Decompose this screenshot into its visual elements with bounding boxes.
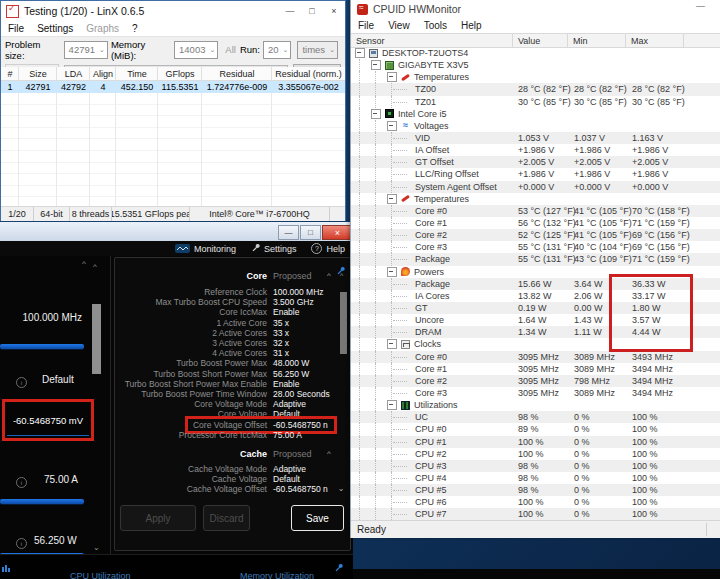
xtu-option-row[interactable]: Processor Core IccMax75.00 A (115, 430, 345, 440)
run-unit-combo[interactable]: times ⌄ (297, 41, 338, 59)
cpu-utilization-label[interactable]: CPU Utilization (70, 571, 131, 579)
left-scrollbar[interactable]: ^ ⌄ (91, 268, 102, 548)
scroll-up-icon[interactable]: ^ (93, 262, 97, 271)
collapse-carets-icon[interactable]: ^ (82, 259, 92, 268)
info-icon[interactable] (16, 538, 27, 549)
hwm-sensor-row[interactable]: CPU #498 %0 %100 % (351, 472, 720, 484)
linx-titlebar[interactable]: Testing (1/20) - LinX 0.6.5 — □ × (1, 1, 345, 21)
collapse-icon[interactable] (387, 339, 397, 349)
hwm-sensor-row[interactable]: GIGABYTE X3V5 (351, 59, 720, 71)
cache-section-header[interactable]: Cache Proposed ^ (115, 449, 343, 460)
xtu-option-row[interactable]: Cache VoltageDefault (115, 474, 345, 484)
hwm-sensor-row[interactable]: GT Offset+2.005 V+2.005 V+2.005 V (351, 156, 720, 168)
xtu-option-row[interactable]: Core Voltage ModeAdaptive (115, 399, 345, 409)
apply-button[interactable]: Apply (120, 505, 196, 531)
collapse-icon[interactable] (387, 121, 397, 131)
collapse-icon[interactable] (387, 267, 397, 277)
hwm-sensor-row[interactable]: Core #252 °C (125 °F)41 °C (105 °F)69 °C… (351, 229, 720, 241)
hwmonitor-titlebar[interactable]: CPUID HWMonitor — (351, 0, 720, 18)
monitoring-button[interactable]: Monitoring (175, 244, 236, 254)
memory-combo[interactable]: 14003 ⌄ (174, 41, 218, 59)
menu-file[interactable]: File (358, 20, 374, 31)
wrench-icon[interactable] (334, 558, 343, 576)
hwm-sensor-row[interactable]: CPU #089 %0 %100 % (351, 423, 720, 435)
maximize-icon[interactable]: □ (301, 2, 323, 20)
scrollbar-thumb[interactable] (340, 292, 347, 354)
xtu-option-row[interactable]: Cache Voltage ModeAdaptive (115, 464, 345, 474)
scrollbar-thumb[interactable] (92, 304, 101, 374)
problem-size-combo[interactable]: 42791 ⌄ (64, 41, 108, 59)
hwm-sensor-row[interactable]: CPU #2100 %0 %100 % (351, 448, 720, 460)
memory-all-link[interactable]: All (225, 44, 236, 55)
hwm-sensor-row[interactable]: Core #33095 MHz3089 MHz3494 MHz (351, 387, 720, 399)
xtu-option-row[interactable]: 4 Active Cores31 x (115, 348, 345, 358)
xtu-option-row[interactable]: Turbo Boost Short Power Max EnableEnable (115, 379, 345, 389)
hwm-sensor-row[interactable]: CPU #6100 %0 %100 % (351, 496, 720, 508)
scroll-up-icon[interactable]: ^ (340, 272, 343, 279)
xtu-option-row[interactable]: Core IccMaxEnable (115, 307, 345, 317)
xtu-option-row[interactable]: Turbo Boost Power Max48.000 W (115, 358, 345, 368)
discard-button[interactable]: Discard (203, 505, 250, 531)
hwm-sensor-row[interactable]: Core #13095 MHz3089 MHz3494 MHz (351, 363, 720, 375)
right-scrollbar[interactable]: ^ (340, 280, 348, 530)
hwm-sensor-row[interactable]: CPU #598 %0 %100 % (351, 484, 720, 496)
menu-view[interactable]: View (388, 20, 410, 31)
scroll-down-icon[interactable]: ⌄ (93, 543, 100, 552)
hwm-sensor-row[interactable]: LLC/Ring Offset+1.986 V+1.986 V+1.986 V (351, 168, 720, 180)
hwm-sensor-row[interactable]: Core #355 °C (131 °F)40 °C (104 °F)69 °C… (351, 241, 720, 253)
hwm-sensor-row[interactable]: CPU #398 %0 %100 % (351, 460, 720, 472)
hwm-sensor-row[interactable]: Core #23095 MHz798 MHz3494 MHz (351, 375, 720, 387)
hwm-sensor-row[interactable]: Intel Core i5 (351, 108, 720, 120)
chart-icon[interactable] (2, 558, 12, 576)
hwm-sensor-row[interactable]: UC98 %0 %100 % (351, 411, 720, 423)
minimize-icon[interactable]: — (696, 1, 705, 11)
hwm-sensor-row[interactable]: IA Offset+1.986 V+1.986 V+1.986 V (351, 144, 720, 156)
hwm-sensor-row[interactable]: CPU #1100 %0 %100 % (351, 436, 720, 448)
close-icon[interactable]: × (322, 225, 353, 240)
reference-clock-slider[interactable] (0, 344, 84, 349)
menu-settings[interactable]: Settings (37, 23, 73, 34)
collapse-icon[interactable] (371, 109, 381, 119)
info-icon[interactable] (16, 377, 27, 388)
maximize-icon[interactable]: □ (300, 225, 321, 240)
menu-graphs[interactable]: Graphs (86, 23, 119, 34)
hwm-sensor-row[interactable]: Package55 °C (131 °F)43 °C (109 °F)71 °C… (351, 253, 720, 265)
iccmax-slider[interactable] (0, 499, 84, 504)
hwm-sensor-row[interactable]: ≈Voltages (351, 120, 720, 132)
help-button[interactable]: Help (311, 243, 345, 254)
collapse-icon[interactable] (387, 72, 397, 82)
menu-file[interactable]: File (8, 23, 24, 34)
hwm-sensor-row[interactable]: Temperatures (351, 71, 720, 83)
xtu-option-row[interactable]: 3 Active Cores32 x (115, 338, 345, 348)
xtu-option-row[interactable]: Turbo Boost Power Time Window28.00 Secon… (115, 389, 345, 399)
xtu-option-row[interactable]: Reference Clock100.000 MHz (115, 287, 345, 297)
hwm-sensor-row[interactable]: System Agent Offset+0.000 V+0.000 V+0.00… (351, 181, 720, 193)
collapse-icon[interactable] (387, 400, 397, 410)
xtu-option-row[interactable]: Turbo Boost Short Power Max56.250 W (115, 369, 345, 379)
hwm-sensor-row[interactable]: Utilizations (351, 399, 720, 411)
chevron-up-icon[interactable]: ^ (327, 449, 331, 458)
menu-help[interactable]: Help (461, 20, 482, 31)
menu-help[interactable]: ? (132, 23, 138, 34)
hwm-sensor-row[interactable]: Core #053 °C (127 °F)41 °C (105 °F)70 °C… (351, 205, 720, 217)
xtu-option-row[interactable]: Core Voltage Offset-60.5468750 n (115, 419, 345, 429)
chevron-up-icon[interactable]: ^ (327, 271, 331, 280)
minimize-icon[interactable]: — (278, 225, 299, 240)
memory-utilization-label[interactable]: Memory Utilization (240, 571, 314, 579)
xtu-option-row[interactable]: 2 Active Cores33 x (115, 328, 345, 338)
hwm-sensor-row[interactable]: Core #03095 MHz3089 MHz3493 MHz (351, 351, 720, 363)
hwm-sensor-row[interactable]: Temperatures (351, 193, 720, 205)
xtu-option-row[interactable]: Cache Voltage Offset-60.5468750 n⌄ (115, 484, 345, 494)
hwm-sensor-row[interactable]: CPU #7100 %0 %100 % (351, 508, 720, 520)
collapse-icon[interactable] (355, 48, 365, 58)
linx-data-row[interactable]: 142791427924452.150115.53511.724776e-009… (1, 81, 345, 93)
xtu-option-row[interactable]: 1 Active Core35 x (115, 318, 345, 328)
hwm-sensor-row[interactable]: TZ0028 °C (82 °F)28 °C (82 °F)28 °C (82 … (351, 83, 720, 95)
core-voltage-offset-field[interactable]: -60.5468750 mV (2, 399, 94, 441)
collapse-icon[interactable] (371, 60, 381, 70)
minimize-icon[interactable]: — (279, 2, 301, 20)
hwm-sensor-row[interactable]: TZ0130 °C (85 °F)30 °C (85 °F)30 °C (85 … (351, 96, 720, 108)
menu-tools[interactable]: Tools (424, 20, 447, 31)
save-button[interactable]: Save (291, 505, 344, 531)
settings-button[interactable]: Settings (251, 243, 297, 254)
